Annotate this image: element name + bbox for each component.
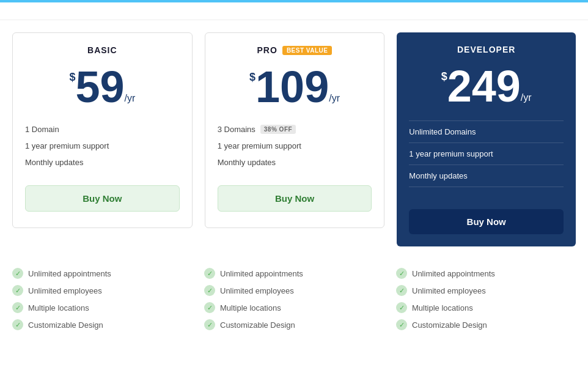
bottom-feature-text: Multiple locations [412, 303, 473, 312]
bottom-feature-item: ✓Unlimited employees [396, 282, 576, 299]
price-period-pro: /yr [329, 93, 340, 104]
bottom-feature-text: Customizable Design [28, 320, 103, 330]
bottom-col-2: ✓Unlimited appointments✓Unlimited employ… [396, 265, 576, 333]
price-dollar-basic: $ [69, 71, 75, 84]
bottom-feature-item: ✓Customizable Design [204, 316, 384, 333]
feature-text: 3 Domains [218, 125, 255, 134]
plan-header-basic: BASIC [25, 45, 180, 55]
feature-item: 1 Domain [25, 121, 180, 138]
best-value-badge: BEST VALUE [282, 46, 333, 55]
bottom-feature-item: ✓Unlimited employees [12, 282, 192, 299]
bottom-col-0: ✓Unlimited appointments✓Unlimited employ… [12, 265, 192, 333]
bottom-feature-item: ✓Unlimited appointments [12, 265, 192, 282]
bottom-feature-text: Unlimited appointments [28, 269, 111, 278]
price-dollar-pro: $ [249, 71, 255, 84]
feature-item: Monthly updates [25, 154, 180, 171]
check-icon: ✓ [396, 268, 407, 279]
check-icon: ✓ [396, 302, 407, 313]
features-list-basic: 1 Domain1 year premium supportMonthly up… [25, 121, 180, 171]
buy-button-pro[interactable]: Buy Now [218, 185, 372, 212]
plan-name-basic: BASIC [87, 45, 117, 55]
bottom-feature-text: Multiple locations [220, 303, 281, 312]
bottom-feature-item: ✓Customizable Design [396, 316, 576, 333]
discount-badge: 38% OFF [260, 125, 296, 134]
check-icon: ✓ [396, 319, 407, 330]
check-icon: ✓ [12, 268, 23, 279]
check-icon: ✓ [12, 302, 23, 313]
features-list-pro: 3 Domains38% OFF1 year premium supportMo… [218, 121, 372, 171]
price-amount-basic: 59 [75, 65, 124, 109]
bottom-feature-text: Customizable Design [220, 320, 295, 330]
bottom-feature-text: Unlimited appointments [412, 269, 495, 278]
price-period-developer: /yr [521, 92, 532, 103]
features-list-developer: Unlimited Domains1 year premium supportM… [409, 120, 564, 187]
bottom-feature-item: ✓Multiple locations [204, 299, 384, 316]
header [0, 2, 588, 20]
bottom-feature-item: ✓Multiple locations [396, 299, 576, 316]
price-amount-pro: 109 [255, 65, 329, 109]
bottom-feature-item: ✓Multiple locations [12, 299, 192, 316]
bottom-feature-text: Customizable Design [412, 320, 487, 330]
plan-card-basic: BASIC$59/yr1 Domain1 year premium suppor… [12, 32, 193, 228]
plans-container: BASIC$59/yr1 Domain1 year premium suppor… [0, 20, 588, 259]
check-icon: ✓ [396, 285, 407, 296]
bottom-feature-item: ✓Unlimited appointments [396, 265, 576, 282]
feature-item: 1 year premium support [25, 138, 180, 154]
feature-item: Monthly updates [218, 154, 372, 171]
plan-header-developer: DEVELOPER [409, 45, 564, 54]
price-amount-developer: 249 [447, 64, 521, 108]
feature-item: 3 Domains38% OFF [218, 121, 372, 138]
buy-button-developer[interactable]: Buy Now [409, 209, 564, 234]
bottom-features: ✓Unlimited appointments✓Unlimited employ… [0, 259, 588, 346]
bottom-feature-text: Multiple locations [28, 303, 89, 312]
check-icon: ✓ [204, 285, 215, 296]
feature-item: Monthly updates [409, 165, 564, 187]
price-row-pro: $109/yr [218, 65, 372, 109]
bottom-feature-item: ✓Unlimited employees [204, 282, 384, 299]
bottom-col-1: ✓Unlimited appointments✓Unlimited employ… [204, 265, 384, 333]
price-row-basic: $59/yr [25, 65, 180, 109]
bottom-feature-text: Unlimited employees [412, 286, 486, 295]
check-icon: ✓ [12, 285, 23, 296]
feature-item: 1 year premium support [218, 138, 372, 154]
plan-card-developer: DEVELOPER$249/yrUnlimited Domains1 year … [397, 32, 576, 246]
buy-button-basic[interactable]: Buy Now [25, 185, 180, 212]
check-icon: ✓ [12, 319, 23, 330]
plan-name-pro: PRO [257, 45, 277, 55]
price-row-developer: $249/yr [409, 64, 564, 108]
bottom-feature-item: ✓Unlimited appointments [204, 265, 384, 282]
plan-name-developer: DEVELOPER [457, 45, 515, 54]
bottom-feature-text: Unlimited appointments [220, 269, 303, 278]
bottom-feature-item: ✓Customizable Design [12, 316, 192, 333]
feature-item: Unlimited Domains [409, 120, 564, 143]
check-icon: ✓ [204, 302, 215, 313]
bottom-feature-text: Unlimited employees [220, 286, 294, 295]
price-dollar-developer: $ [441, 70, 447, 83]
check-icon: ✓ [204, 268, 215, 279]
price-period-basic: /yr [125, 93, 136, 104]
check-icon: ✓ [204, 319, 215, 330]
feature-item: 1 year premium support [409, 143, 564, 165]
bottom-feature-text: Unlimited employees [28, 286, 102, 295]
plan-card-pro: PROBEST VALUE$109/yr3 Domains38% OFF1 ye… [205, 32, 385, 228]
plan-header-pro: PROBEST VALUE [218, 45, 372, 55]
